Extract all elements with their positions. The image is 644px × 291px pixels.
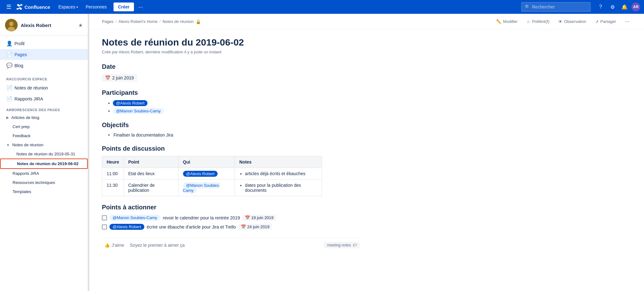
- action-checkbox-1[interactable]: [102, 215, 107, 220]
- tree-item-ressources[interactable]: Ressources techniques: [0, 178, 88, 187]
- breadcrumb-notes[interactable]: Notes de réunion: [163, 19, 194, 24]
- action-calendar-icon-1: 📅: [245, 215, 250, 220]
- sidebar-shortcut-notes-reunion[interactable]: 📄 Notes de réunion: [0, 82, 88, 93]
- confluence-logo-icon: [16, 4, 23, 10]
- pages-icon: 📄: [6, 51, 12, 57]
- mention-alexis-table[interactable]: @Alexis Robert: [183, 171, 218, 177]
- shortcut1-icon: 📄: [6, 85, 12, 91]
- confluence-logo: Confluence: [16, 4, 50, 10]
- espaces-menu[interactable]: Espaces ▾: [55, 3, 81, 11]
- tree-item-templates[interactable]: Templates: [0, 187, 88, 196]
- page-meta: Créé par Alexis Robert, dernière modific…: [102, 50, 360, 54]
- action-1-mention[interactable]: @Manon Soubies-Camy: [109, 215, 160, 221]
- partager-button[interactable]: ↗ Partager: [593, 18, 618, 25]
- personnes-menu[interactable]: Personnes: [82, 3, 110, 11]
- tree-item-notes-0602[interactable]: Notes de réunion du 2019-06-02: [0, 159, 88, 169]
- participants-section: Participants @Alexis Robert @Manon Soubi…: [102, 89, 360, 114]
- col-notes: Notes: [235, 156, 322, 168]
- shortcut2-label: Rapports JIRA: [14, 96, 43, 101]
- main-content: Pages / Alexis Robert's Home / Notes de …: [89, 14, 644, 291]
- share-icon: ↗: [595, 19, 599, 24]
- favorite-star-icon[interactable]: ★: [78, 22, 83, 28]
- star-icon: ☆: [526, 19, 530, 24]
- settings-button[interactable]: ⚙: [608, 2, 618, 12]
- tree-expanded-chevron-icon: ▼: [6, 143, 10, 147]
- cell-heure-1: 11:00: [102, 168, 124, 180]
- topnav-icons: ? ⚙ 🔔 AR: [596, 2, 640, 12]
- list-item: @Manon Soubies-Camy revoir le calendrier…: [102, 215, 360, 221]
- page-title: Notes de réunion du 2019-06-02: [102, 37, 360, 48]
- participant-1-mention[interactable]: @Alexis Robert: [113, 100, 148, 106]
- hamburger-menu-button[interactable]: ☰: [4, 2, 14, 12]
- tree-item-feedback[interactable]: Feedback: [0, 131, 88, 140]
- tree-chevron-icon: ▶: [6, 116, 9, 120]
- cell-heure-2: 11:30: [102, 180, 124, 196]
- cell-notes-2: dates pour la publication des documents: [235, 180, 322, 196]
- top-menu: Espaces ▾ Personnes: [55, 3, 110, 11]
- blog-icon: 💬: [6, 62, 12, 68]
- sidebar-username: Alexis Robert: [21, 23, 75, 28]
- pages-label: Pages: [14, 52, 27, 57]
- action-1-text: revoir le calendrier pour la rentrée 201…: [163, 215, 240, 220]
- tree-item-notes-0531[interactable]: Notes de réunion du 2019-05-31: [0, 149, 88, 159]
- objectif-1-text: Finaliser la documentation Jira: [114, 132, 173, 137]
- list-item: @Alexis Robert: [108, 100, 360, 106]
- edit-icon: ✏️: [496, 19, 502, 24]
- blog-label: Blog: [14, 63, 23, 68]
- table-row: 11:00 Etat des lieux @Alexis Robert arti…: [102, 168, 322, 180]
- tag-badge[interactable]: meeting-notes 🏷: [324, 242, 360, 248]
- notifications-button[interactable]: 🔔: [619, 2, 630, 12]
- action-2-mention[interactable]: @Alexis Robert: [109, 224, 144, 230]
- mention-manon-table[interactable]: @Manon Soubies-Camy: [183, 182, 220, 193]
- discussion-section: Points de discussion Heure Point Qui Not…: [102, 145, 360, 196]
- date-value: 2 juin 2019: [112, 75, 134, 80]
- more-options-button[interactable]: ···: [136, 2, 145, 12]
- tag-value: meeting-notes: [327, 243, 351, 247]
- top-navigation: ☰ Confluence Espaces ▾ Personnes Créer ·…: [0, 0, 644, 14]
- sidebar-item-profil[interactable]: 👤 Profil: [0, 38, 88, 49]
- help-button[interactable]: ?: [596, 2, 606, 12]
- list-item: @Manon Soubies-Camy: [108, 108, 360, 114]
- thumbsup-icon: 👍: [104, 243, 110, 248]
- action-items-list: @Manon Soubies-Camy revoir le calendrier…: [102, 215, 360, 230]
- calendar-icon: 📅: [105, 75, 110, 80]
- sidebar-shortcut-rapports-jira[interactable]: 📄 Rapports JIRA: [0, 93, 88, 104]
- date-section: Date 📅 2 juin 2019: [102, 63, 360, 82]
- shortcut1-label: Notes de réunion: [14, 85, 48, 90]
- breadcrumb-home[interactable]: Alexis Robert's Home: [119, 19, 158, 24]
- prefere-button[interactable]: ☆ Préféré(f): [525, 18, 551, 25]
- observation-button[interactable]: 👁 Observation: [556, 18, 588, 25]
- objectifs-heading: Objectifs: [102, 121, 360, 129]
- action-checkbox-2[interactable]: [102, 224, 107, 229]
- sidebar-item-pages[interactable]: 📄 Pages: [0, 49, 88, 60]
- tree-item-cert[interactable]: Cert prep: [0, 122, 88, 131]
- breadcrumb-pages[interactable]: Pages: [102, 19, 114, 24]
- action-2-date-badge: 📅 24 juin 2019: [238, 224, 272, 230]
- action-calendar-icon-2: 📅: [241, 224, 246, 229]
- date-heading: Date: [102, 63, 360, 70]
- tree-item-rapports[interactable]: Rapports JIRA: [0, 169, 88, 178]
- discussion-heading: Points de discussion: [102, 145, 360, 152]
- profil-icon: 👤: [6, 40, 12, 46]
- like-button[interactable]: 👍 J'aime: [102, 241, 127, 249]
- list-item: Finaliser la documentation Jira: [108, 132, 360, 137]
- create-button[interactable]: Créer: [114, 3, 134, 11]
- participant-2-mention[interactable]: @Manon Soubies-Camy: [113, 108, 164, 114]
- actions-heading: Points à actionner: [102, 204, 360, 211]
- sidebar-item-blog[interactable]: 💬 Blog: [0, 60, 88, 71]
- page-footer: 👍 J'aime Soyez le premier à aimer ça mee…: [102, 237, 360, 253]
- user-avatar[interactable]: AR: [631, 3, 640, 11]
- main-layout: Alexis Robert ★ 👤 Profil 📄 Pages 💬 Blog …: [0, 14, 644, 291]
- objectives-list: Finaliser la documentation Jira: [102, 132, 360, 137]
- list-item: @Alexis Robert écrire une ébauche d'arti…: [102, 224, 360, 230]
- modifier-button[interactable]: ✏️ Modifier: [494, 18, 519, 25]
- avatar-image: [5, 19, 18, 31]
- tree-item-notes-reunion[interactable]: ▼ Notes de réunion: [0, 140, 88, 149]
- tree-item-articles[interactable]: ▶ Articles de blog: [0, 113, 88, 122]
- profil-label: Profil: [14, 41, 25, 46]
- more-actions-button[interactable]: ···: [623, 17, 631, 26]
- shortcuts-section-title: RACCOURCIS ESPACE: [0, 73, 88, 82]
- search-input[interactable]: [532, 4, 582, 9]
- col-heure: Heure: [102, 156, 124, 168]
- breadcrumb-bar: Pages / Alexis Robert's Home / Notes de …: [89, 14, 644, 30]
